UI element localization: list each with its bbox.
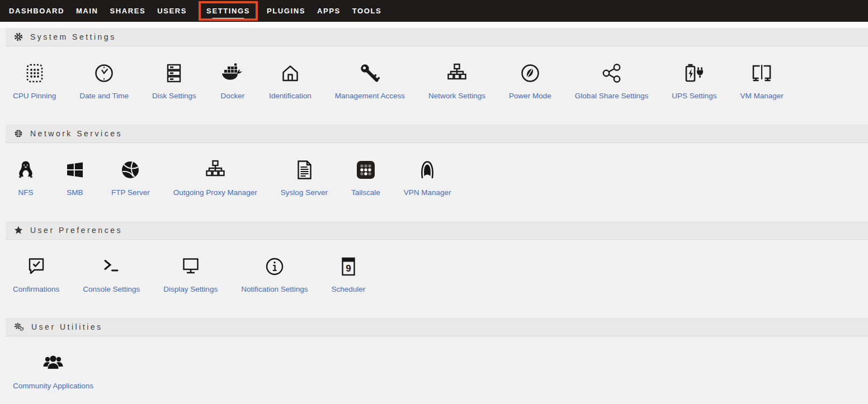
- item-label: Syslog Server: [281, 188, 328, 197]
- section-header-user-preferences: User Preferences: [6, 221, 868, 240]
- nav-tab-users[interactable]: USERS: [157, 7, 187, 15]
- share-nodes-icon: [599, 62, 625, 84]
- nav-tab-tools[interactable]: TOOLS: [352, 7, 382, 15]
- info-circle-icon: [262, 255, 287, 278]
- globe-icon: [14, 129, 23, 138]
- tailscale-logo-icon: [353, 159, 379, 181]
- settings-item-console-settings[interactable]: Console Settings: [71, 255, 152, 293]
- nav-tab-apps[interactable]: APPS: [317, 7, 341, 15]
- item-label: VM Manager: [740, 92, 784, 100]
- nav-tab-plugins[interactable]: PLUGINS: [267, 7, 305, 15]
- section-title: User Utilities: [31, 322, 103, 331]
- item-label: Global Share Settings: [575, 92, 648, 100]
- item-label: Community Applications: [13, 382, 93, 390]
- item-label: Date and Time: [79, 92, 129, 100]
- docker-whale-icon: [220, 62, 246, 84]
- settings-item-ups-settings[interactable]: UPS Settings: [660, 62, 728, 100]
- log-file-icon: [291, 159, 317, 181]
- item-label: Power Mode: [509, 92, 551, 100]
- sitemap-icon: [444, 62, 470, 84]
- nav-spacer: [0, 22, 868, 28]
- gear-icon: [14, 32, 23, 41]
- calendar-icon: 9: [336, 255, 361, 278]
- tux-penguin-icon: [13, 159, 39, 181]
- item-label: Disk Settings: [152, 92, 196, 100]
- item-label: Management Access: [335, 92, 405, 100]
- section-header-system-settings: System Settings: [6, 28, 868, 46]
- nav-tab-settings[interactable]: SETTINGS: [206, 7, 250, 15]
- item-label: Docker: [220, 92, 244, 100]
- gears-icon: [14, 322, 24, 331]
- settings-item-nfs[interactable]: NFS: [1, 159, 50, 197]
- calendar-day-number: 9: [346, 263, 351, 274]
- item-label: Console Settings: [83, 285, 140, 293]
- windows-logo-icon: [62, 159, 88, 181]
- item-label: Display Settings: [163, 285, 218, 293]
- star-icon: [14, 226, 23, 235]
- comment-check-icon: [23, 255, 49, 278]
- battery-plug-icon: [681, 62, 707, 84]
- nav-tab-settings-label: SETTINGS: [206, 7, 250, 15]
- people-group-icon: [40, 352, 66, 374]
- item-label: Notification Settings: [241, 285, 308, 293]
- settings-item-management-access[interactable]: Management Access: [323, 62, 417, 100]
- user-preferences-items: Confirmations Console Settings Display S…: [0, 240, 868, 318]
- settings-item-confirmations[interactable]: Confirmations: [1, 255, 71, 293]
- settings-item-display-settings[interactable]: Display Settings: [152, 255, 229, 293]
- settings-item-identification[interactable]: Identification: [257, 62, 323, 100]
- leaf-circle-icon: [517, 62, 543, 84]
- settings-item-syslog-server[interactable]: Syslog Server: [269, 159, 339, 197]
- settings-item-docker[interactable]: Docker: [208, 62, 257, 100]
- microchip-icon: [22, 62, 48, 84]
- item-label: Identification: [269, 92, 312, 100]
- settings-item-notification-settings[interactable]: Notification Settings: [229, 255, 319, 293]
- active-tab-underline: [213, 18, 244, 20]
- item-label: Tailscale: [351, 188, 380, 197]
- server-stack-icon: [161, 62, 187, 84]
- settings-item-global-share-settings[interactable]: Global Share Settings: [563, 62, 660, 100]
- dual-monitor-icon: [749, 62, 775, 84]
- settings-item-network-settings[interactable]: Network Settings: [417, 62, 497, 100]
- settings-item-ftp-server[interactable]: FTP Server: [100, 159, 162, 197]
- home-icon: [277, 62, 303, 84]
- nav-tab-dashboard[interactable]: DASHBOARD: [9, 7, 64, 15]
- item-label: Network Settings: [428, 92, 485, 100]
- system-settings-items: CPU Pinning Date and Time Disk Settings …: [0, 46, 868, 125]
- terminal-icon: [98, 255, 124, 278]
- settings-item-date-and-time[interactable]: Date and Time: [68, 62, 140, 100]
- section-title: System Settings: [30, 32, 116, 41]
- sitemap-icon: [202, 159, 228, 181]
- item-label: CPU Pinning: [13, 92, 56, 100]
- item-label: UPS Settings: [672, 92, 716, 100]
- item-label: Confirmations: [13, 285, 59, 293]
- item-label: NFS: [18, 188, 34, 197]
- settings-item-outgoing-proxy-manager[interactable]: Outgoing Proxy Manager: [162, 159, 269, 197]
- key-icon: [357, 62, 383, 84]
- section-header-network-services: Network Services: [6, 125, 868, 143]
- item-label: SMB: [67, 188, 83, 197]
- section-title: Network Services: [30, 129, 122, 138]
- settings-item-cpu-pinning[interactable]: CPU Pinning: [1, 62, 68, 100]
- settings-item-smb[interactable]: SMB: [50, 159, 100, 197]
- wireguard-hood-icon: [414, 159, 440, 181]
- settings-item-scheduler[interactable]: 9 Scheduler: [319, 255, 377, 293]
- item-label: FTP Server: [111, 188, 150, 197]
- network-services-items: NFS SMB FTP Server Outgoing Proxy Manage…: [0, 143, 868, 221]
- settings-item-tailscale[interactable]: Tailscale: [339, 159, 392, 197]
- section-title: User Preferences: [30, 226, 122, 235]
- item-label: Scheduler: [331, 285, 365, 293]
- nav-tab-main[interactable]: MAIN: [76, 7, 98, 15]
- monitor-icon: [178, 255, 204, 278]
- settings-item-vpn-manager[interactable]: VPN Manager: [392, 159, 463, 197]
- settings-item-vm-manager[interactable]: VM Manager: [729, 62, 795, 100]
- item-label: VPN Manager: [404, 188, 451, 197]
- settings-item-disk-settings[interactable]: Disk Settings: [140, 62, 208, 100]
- nav-tab-shares[interactable]: SHARES: [110, 7, 146, 15]
- user-utilities-items: Community Applications: [0, 336, 868, 404]
- item-label: Outgoing Proxy Manager: [173, 188, 257, 197]
- settings-item-power-mode[interactable]: Power Mode: [497, 62, 563, 100]
- clock-icon: [91, 62, 117, 84]
- settings-item-community-applications[interactable]: Community Applications: [1, 352, 105, 390]
- section-header-user-utilities: User Utilities: [6, 318, 868, 336]
- top-nav-bar: DASHBOARD MAIN SHARES USERS SETTINGS PLU…: [0, 0, 868, 22]
